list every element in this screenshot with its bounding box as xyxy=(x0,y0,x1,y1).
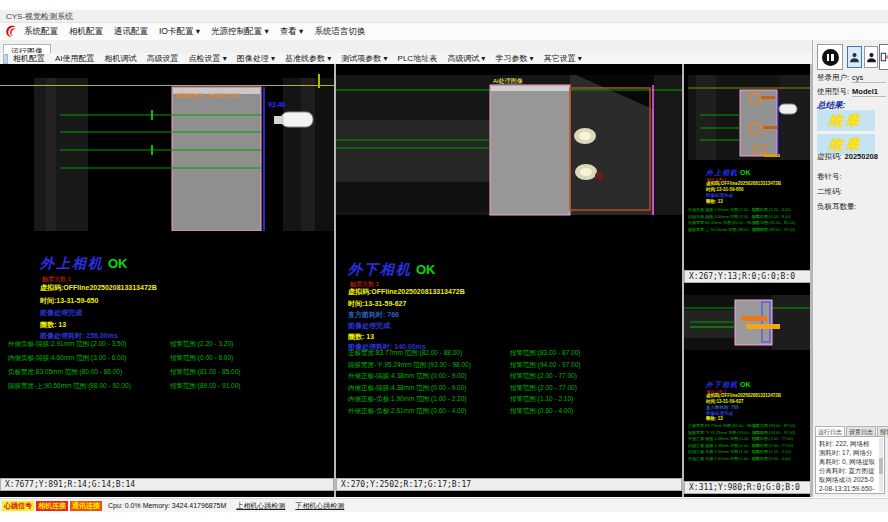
status-badge-2: 通讯连接 xyxy=(70,501,102,511)
toolbar-item-10[interactable]: 学习参数 ▾ xyxy=(495,53,533,64)
alarm-range: 报警范围:(0.00 - 8.00) xyxy=(170,354,330,363)
switch-user-button[interactable] xyxy=(864,46,878,68)
camera-image-left[interactable]: 固定阈值:93, 动态阈值:100 93.46 xyxy=(0,64,334,231)
pause-icon xyxy=(822,49,839,66)
pixel-coordinates: X:267;Y:13;R:0;G:0;B:0 xyxy=(689,272,795,281)
tab-strip: 运行图像 xyxy=(0,40,888,54)
log-output[interactable]: 耗时: 222, 网络检测耗时: 17, 网络分离耗时: 0, 网络提取分离耗时… xyxy=(815,436,885,494)
menu-item-3[interactable]: IO卡配置 ▾ xyxy=(159,26,200,38)
capture-time: 时间:13-31-59-627 xyxy=(348,299,406,309)
login-user-value: cys xyxy=(852,73,886,83)
virtual-code-label: 虚拟码: xyxy=(817,152,842,162)
loop-count: 圈数: 13 xyxy=(706,416,723,421)
measurement-value: 正极宽度:83.77mm 范围:(82.00 - 88.00) xyxy=(688,423,752,428)
toolbar-item-0[interactable]: 相机配置 xyxy=(13,53,45,64)
capture-time: 时间:13-31-59-650 xyxy=(706,187,744,192)
virtual-code: 虚拟码:OFFline2025020813313472B xyxy=(348,287,465,297)
camera-top-heartbeat-link[interactable]: 上相机心跳检测 xyxy=(236,501,285,511)
tab-connector-shape xyxy=(779,104,797,114)
virtual-code-value: 20250208 xyxy=(845,152,879,161)
process-done: 图像处理完成 xyxy=(40,308,82,318)
measurement-row: 负极宽度:83.05mm 范围:(80.00 - 86.00)报警范围:(81.… xyxy=(8,368,330,382)
measurement-value: 外侧正极-负极:2.61mm 范围:(0.60 - 4.00) xyxy=(348,407,510,416)
alarm-range: 报警范围:(1.10 - 2.10) xyxy=(510,395,678,404)
result-status: OK xyxy=(740,381,751,388)
measurement-row: 内侧正极-负极:1.90mm 范围:(1.00 - 2.20)报警范围:(1.1… xyxy=(348,395,678,407)
pixel-coordinate-bar-left: X:7677;Y:891;R:14;G:14;B:14 xyxy=(0,478,334,491)
menu-item-2[interactable]: 通讯配置 xyxy=(114,26,148,38)
alarm-range: 报警范围:(94.00 - 97.00) xyxy=(752,430,808,435)
measurement-row: 外侧正极-隔膜:4.38mm 范围:(0.00 - 9.00)报警范围:(2.0… xyxy=(348,372,678,384)
loop-count: 圈数: 13 xyxy=(706,199,723,204)
toolbar-item-2[interactable]: 相机调试 xyxy=(105,53,137,64)
measurement-rows: 正极宽度:83.77mm 范围:(82.00 - 88.00)报警范围:(83.… xyxy=(348,349,678,419)
alarm-range: 报警范围:(0.00 - 8.00) xyxy=(752,214,808,219)
menu-items: 系统配置相机配置通讯配置IO卡配置 ▾光源控制配置 ▾查看 ▾系统语言切换 xyxy=(24,26,376,38)
toolbar-item-9[interactable]: 高级调试 ▾ xyxy=(447,53,485,64)
camera-image-small-top[interactable] xyxy=(684,64,811,160)
pixel-coordinate-bar-middle: X:270;Y:2502;R:17;G:17;B:17 xyxy=(336,478,682,491)
measurement-value: 内侧负极-隔膜:4.60mm 范围:(3.00 - 6.00) xyxy=(688,214,752,219)
toolbar-item-3[interactable]: 高级设置 xyxy=(147,53,179,64)
alarm-range: 报警范围:(0.60 - 4.00) xyxy=(510,407,678,416)
alarm-range: 报警范围:(81.00 - 85.00) xyxy=(170,368,330,377)
camera-image-middle[interactable]: AI处理图像 xyxy=(336,64,682,235)
toolbar-item-11[interactable]: 其它设置 ▾ xyxy=(544,53,582,64)
measurement-value: 内侧正极-隔膜:4.38mm 范围:(0.00 - 9.00) xyxy=(348,384,510,393)
result-panel-left: 外上相机 OK 触发次数:1 虚拟码:OFFline20250208133134… xyxy=(0,231,334,478)
toolbar-item-5[interactable]: 图像处理 ▾ xyxy=(237,53,275,64)
toolbar-item-7[interactable]: 测试项参数 ▾ xyxy=(341,53,387,64)
camera-bottom-heartbeat-link[interactable]: 下相机心跳检测 xyxy=(295,501,344,511)
measurement-row: 外侧正极-负极:2.61mm 范围:(0.60 - 4.00)报警范围:(0.6… xyxy=(348,407,678,419)
measurement-value: 正极宽度:83.77mm 范围:(82.00 - 88.00) xyxy=(348,349,510,358)
window-titlebar: CYS-视觉检测系统 xyxy=(0,10,888,23)
user-icon xyxy=(849,51,860,64)
measurement-value: 负极宽度:83.05mm 范围:(80.00 - 86.00) xyxy=(8,368,170,377)
measurement-value: 负极宽度:83.05mm 范围:(80.00 - 86.00) xyxy=(688,220,752,225)
histogram-elapsed: 直方图耗时: 766 xyxy=(706,405,739,410)
alarm-range: 报警范围:(1.10 - 2.10) xyxy=(752,449,808,454)
model-value[interactable]: Model1 xyxy=(852,87,886,97)
capture-time: 时间:13-31-59-650 xyxy=(40,296,98,306)
pixel-coordinates: X:270;Y:2502;R:17;G:17;B:17 xyxy=(341,480,471,489)
measurement-value: 隔膜宽度-上:90.56mm 范围:(88.00 - 92.00) xyxy=(8,382,170,391)
alarm-range: 报警范围:(2.00 - 77.00) xyxy=(752,443,808,448)
app-logo-icon xyxy=(4,24,19,39)
toolbar-item-1[interactable]: AI使用配置 xyxy=(55,53,95,64)
toolbar-item-6[interactable]: 基准线参数 ▾ xyxy=(285,53,331,64)
measurement-value: 外侧负极-隔膜:2.91mm 范围:(2.00 - 3.50) xyxy=(688,207,752,212)
tab-connector-shape xyxy=(281,112,313,127)
log-scrollbar[interactable] xyxy=(879,438,883,492)
alarm-range: 报警范围:(0.60 - 4.00) xyxy=(752,456,808,461)
user-button[interactable] xyxy=(847,46,862,68)
measurement-value: 外侧负极-隔膜:2.91mm 范围:(2.00 - 3.50) xyxy=(8,340,170,349)
process-done: 图像处理完成 xyxy=(348,321,390,331)
loop-count: 圈数: 13 xyxy=(40,320,66,330)
toolbar-item-4[interactable]: 点检设置 ▾ xyxy=(189,53,227,64)
camera-image-small-bottom[interactable] xyxy=(684,283,811,378)
menu-item-6[interactable]: 系统语言切换 xyxy=(314,26,365,38)
alarm-range: 报警范围:(2.20 - 3.20) xyxy=(752,207,808,212)
menu-item-5[interactable]: 查看 ▾ xyxy=(280,26,304,38)
menu-item-1[interactable]: 相机配置 xyxy=(69,26,103,38)
alarm-range: 报警范围:(89.00 - 91.00) xyxy=(170,382,330,391)
qrcode-label: 二维码: xyxy=(817,187,842,197)
separator-roi-rectangle xyxy=(172,87,261,231)
model-row: 使用型号: Model1 xyxy=(817,87,886,97)
menu-item-0[interactable]: 系统配置 xyxy=(24,26,58,38)
tool-bar: 相机配置AI使用配置相机调试高级设置点检设置 ▾图像处理 ▾基准线参数 ▾测试项… xyxy=(0,53,888,64)
toolbar-items: 相机配置AI使用配置相机调试高级设置点检设置 ▾图像处理 ▾基准线参数 ▾测试项… xyxy=(13,53,592,64)
toolbar-item-8[interactable]: PLC地址表 xyxy=(398,53,438,64)
threshold-overlay-label: 固定阈值:93, 动态阈值:100 xyxy=(175,92,240,99)
exit-button[interactable] xyxy=(879,44,888,70)
alarm-range: 报警范围:(94.00 - 97.00) xyxy=(510,361,678,370)
capture-time: 时间:13-31-59-627 xyxy=(706,399,744,404)
measurement-value: 内侧正极-负极:1.90mm 范围:(1.00 - 2.20) xyxy=(688,449,752,454)
machinery-band xyxy=(34,78,88,231)
menu-item-4[interactable]: 光源控制配置 ▾ xyxy=(211,26,269,38)
needle-label: 卷针号: xyxy=(817,172,842,182)
result-status: OK xyxy=(108,256,128,271)
pause-button[interactable] xyxy=(817,44,843,70)
measurement-value: 外侧正极-负极:2.61mm 范围:(0.60 - 4.00) xyxy=(688,456,752,461)
pixel-coordinates: X:311;Y:980;R:0;G:0;B:0 xyxy=(689,483,800,492)
